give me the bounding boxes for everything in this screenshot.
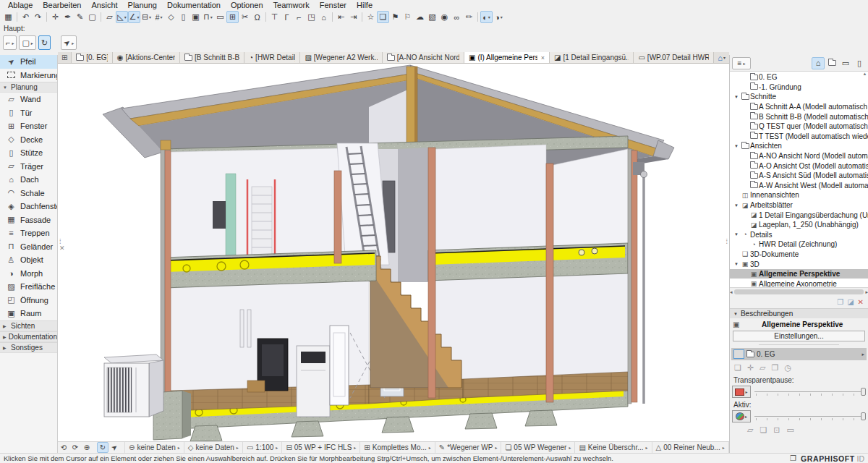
magnet-icon[interactable]: Ω bbox=[251, 11, 263, 23]
descriptions-header[interactable]: ▼ Beschreibungen bbox=[730, 308, 868, 318]
pen-set-field[interactable]: ✎*Wegener WP▸ bbox=[435, 442, 501, 454]
tree-item[interactable]: ◪1 Detail Eingangsüberdachung (Unabhängi… bbox=[730, 210, 868, 220]
object-tool[interactable]: ♙Objekt bbox=[0, 253, 57, 267]
window-tool[interactable]: ⊞Fenster bbox=[0, 119, 57, 133]
bimcloud-icon[interactable]: ☁ bbox=[414, 11, 426, 23]
viewpoint-settings-icon[interactable]: ❐ bbox=[837, 298, 843, 306]
menu-planung[interactable]: Planung bbox=[123, 0, 162, 10]
tab-a-no-ansicht-nord[interactable]: [A-NO Ansicht Nord] bbox=[383, 52, 464, 63]
structure-filter-field[interactable]: ⊞Komplettes Mo...▸ bbox=[359, 442, 434, 454]
graphic-overrides-field[interactable]: ▤Keine Überschr...▸ bbox=[574, 442, 651, 454]
left-splitter-handle[interactable]: ⁞✕ bbox=[59, 239, 65, 252]
new-viewpoint-icon[interactable]: ◪ bbox=[847, 298, 854, 306]
story-reference-chip[interactable]: 0. EG ▸ bbox=[731, 348, 867, 360]
drawing-icon[interactable]: ▧ bbox=[426, 11, 438, 23]
skylight-tool[interactable]: ◈Dachfenster bbox=[0, 200, 57, 213]
tree-item[interactable]: ▼◔Details bbox=[730, 230, 868, 240]
tree-item[interactable]: A-NO Ansicht Nord (Modell automatisch wi… bbox=[730, 151, 868, 161]
right-splitter-handle[interactable]: ⁞ bbox=[726, 239, 728, 245]
railing-tool[interactable]: ⊓Geländer bbox=[0, 240, 57, 254]
tree-item[interactable]: ▣Allgemeine Axonometrie bbox=[730, 279, 868, 288]
tree-item[interactable]: A Schnitt A-A (Modell automatisch wieder… bbox=[730, 102, 868, 112]
tree-horizontal-scrollbar[interactable]: ◂▸ bbox=[730, 288, 868, 296]
snap-to-grid-icon[interactable]: ⊞ bbox=[226, 11, 239, 23]
tab-overview-button[interactable]: ⊞ bbox=[58, 52, 72, 63]
tree-item[interactable]: ◔HWR Detail (Zeichnung) bbox=[730, 239, 868, 250]
menu-ansicht[interactable]: Ansicht bbox=[86, 0, 122, 10]
publisher-icon[interactable]: ▯ bbox=[853, 57, 866, 69]
tree-item[interactable]: -1. Gründung bbox=[730, 82, 868, 93]
tab-b-schnitt-b-b[interactable]: [B Schnitt B-B] bbox=[180, 52, 244, 63]
layers-icon[interactable]: ❏ bbox=[377, 11, 389, 23]
expander-icon[interactable]: ▼ bbox=[733, 262, 740, 266]
slider-knob[interactable] bbox=[861, 412, 866, 420]
menu-fenster[interactable]: Fenster bbox=[315, 0, 352, 10]
layout-book-icon[interactable]: ▭ bbox=[839, 57, 852, 69]
zoom-factor-field[interactable]: ⊖keine Daten▸ bbox=[124, 442, 184, 454]
tab-0-eg[interactable]: [0. EG] bbox=[72, 52, 112, 63]
tree-item[interactable]: ◫Innenansichten bbox=[730, 190, 868, 200]
viewpoint-tool-icon-1[interactable]: ✛ bbox=[747, 363, 754, 373]
marquee-tool[interactable]: Markierungsrah... bbox=[0, 69, 57, 82]
layer-combination-field[interactable]: ⊟05 WP + IFC HLS▸ bbox=[281, 442, 359, 454]
split-icon[interactable]: ✂ bbox=[239, 11, 251, 23]
tree-item[interactable]: Q TEST quer (Modell automatisch wieder a… bbox=[730, 122, 868, 132]
align-left-icon[interactable]: Γ bbox=[281, 11, 293, 23]
expander-icon[interactable]: ▼ bbox=[733, 144, 740, 148]
column-tool[interactable]: ▯Stütze bbox=[0, 146, 57, 160]
panel-footer-icon-0[interactable]: ▱ bbox=[747, 425, 753, 435]
active-color-swatch[interactable]: ▸ bbox=[732, 410, 751, 422]
align-top-icon[interactable]: ⊤ bbox=[268, 11, 281, 23]
menu-optionen[interactable]: Optionen bbox=[226, 0, 268, 10]
tree-item[interactable]: B Schnitt B-B (Modell automatisch wieder… bbox=[730, 111, 868, 122]
3d-viewport[interactable]: ⁞✕ ⁞ bbox=[58, 64, 729, 441]
panel-footer-icon-3[interactable]: ▭ bbox=[787, 425, 794, 435]
distribute-icon[interactable]: ◳ bbox=[305, 11, 318, 23]
tab-wp07-detail-hwr[interactable]: ▭[WP.07 Detail HWR] bbox=[634, 52, 714, 63]
section-marker-button[interactable]: ⌐▸ bbox=[3, 35, 17, 50]
viewpoint-tool-icon-3[interactable]: ❐ bbox=[772, 363, 779, 373]
virtual-trace-icon[interactable]: ▯ bbox=[177, 11, 190, 23]
tree-item[interactable]: ❑3D-Dokumente bbox=[730, 250, 868, 260]
zone-tool[interactable]: ▣Raum bbox=[0, 307, 57, 320]
pick-up-parameters-icon[interactable]: ✛ bbox=[49, 11, 61, 23]
viewpoint-tool-icon-4[interactable]: ◷ bbox=[784, 363, 791, 373]
menu-teamwork[interactable]: Teamwork bbox=[268, 0, 315, 10]
explore-icon[interactable]: ➤ bbox=[109, 442, 120, 453]
scroll-right-icon[interactable]: ▸ bbox=[865, 289, 868, 295]
element-snap-icon[interactable]: ⊟▾ bbox=[140, 11, 153, 23]
section-sichten[interactable]: ▶Sichten bbox=[0, 320, 57, 331]
shell-tool[interactable]: ◠Schale bbox=[0, 187, 57, 200]
tab-hwr-detail[interactable]: ◔[HWR Detail] bbox=[244, 52, 300, 63]
tree-item[interactable]: A-W Ansicht West (Modell automatisch wie… bbox=[730, 181, 868, 191]
opening-tool[interactable]: ◰Öffnung bbox=[0, 294, 57, 307]
tab-i-allgemeine-persp[interactable]: ▣(I) Allgemeine Persp...× bbox=[464, 52, 550, 63]
renovation-filter-field[interactable]: △00 Reiner Neub...▸ bbox=[652, 442, 728, 454]
model-view-options-field[interactable]: ❏05 WP Wegener▸ bbox=[501, 442, 574, 454]
section-dokumentation[interactable]: ▶Dokumentation bbox=[0, 331, 57, 342]
zone-marker-button[interactable]: ▢▸ bbox=[19, 35, 35, 50]
graphisoft-brand[interactable]: GRAPHISOFT bbox=[801, 454, 855, 463]
roof-tool[interactable]: ⌂Dach bbox=[0, 173, 57, 187]
menu-dokumentation[interactable]: Dokumentation bbox=[162, 0, 226, 10]
orbit-icon[interactable]: ↻ bbox=[97, 442, 109, 453]
lock-icon[interactable]: ⊓▾ bbox=[202, 11, 214, 23]
flag-icon[interactable]: ⚑ bbox=[389, 11, 401, 23]
menu-bearbeiten[interactable]: Bearbeiten bbox=[38, 0, 86, 10]
spread-v-icon[interactable]: ⇥ bbox=[347, 11, 359, 23]
scale-field[interactable]: ▭1:100▸ bbox=[242, 442, 282, 454]
beam-tool[interactable]: ▱Träger bbox=[0, 160, 57, 174]
tree-item[interactable]: ▼Ansichten bbox=[730, 141, 868, 151]
guide-lines-icon[interactable]: ◺▾ bbox=[116, 11, 128, 23]
spread-h-icon[interactable]: ⇤ bbox=[335, 11, 347, 23]
section-planung[interactable]: ▼Planung bbox=[0, 82, 57, 93]
arrow-tool[interactable]: ➤Pfeil bbox=[0, 55, 57, 69]
tab-1-detail-eingangsü[interactable]: ◪[1 Detail Eingangsü... bbox=[550, 52, 634, 63]
stair-tool[interactable]: ≡Treppen bbox=[0, 226, 57, 240]
zoom-previous-icon[interactable]: ⟲ bbox=[58, 442, 69, 453]
render-icon[interactable]: ◐▾ bbox=[480, 11, 493, 23]
tree-item[interactable]: A-S Ansicht Süd (Modell automatisch wied… bbox=[730, 171, 868, 181]
close-icon[interactable]: × bbox=[541, 54, 545, 61]
tree-scroll-up[interactable]: ▲ bbox=[861, 72, 868, 76]
settings-button[interactable]: Einstellungen... bbox=[733, 331, 865, 341]
